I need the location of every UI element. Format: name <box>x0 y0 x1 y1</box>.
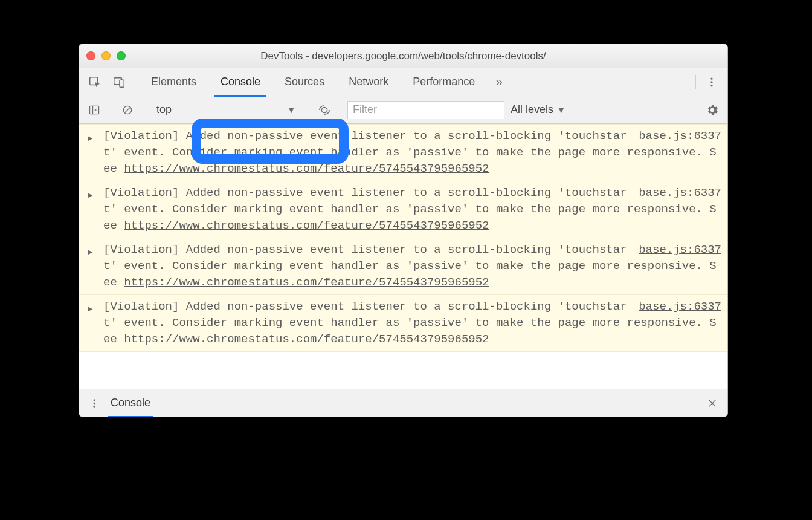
toggle-sidebar-icon[interactable] <box>84 100 105 120</box>
log-link[interactable]: https://www.chromestatus.com/feature/574… <box>124 219 489 232</box>
more-tabs-icon[interactable]: » <box>487 68 511 96</box>
svg-marker-8 <box>95 109 97 111</box>
tab-label: Elements <box>151 76 196 88</box>
context-selector[interactable]: top ▼ <box>150 101 301 119</box>
disclosure-triangle-icon[interactable]: ▶ <box>88 301 92 317</box>
svg-rect-6 <box>90 106 99 114</box>
drawer-tab-console[interactable]: Console <box>105 389 156 417</box>
log-link[interactable]: https://www.chromestatus.com/feature/574… <box>124 276 489 289</box>
divider <box>135 75 135 89</box>
drawer-menu-icon[interactable] <box>84 393 105 414</box>
live-expression-icon[interactable] <box>314 100 335 120</box>
tab-sources[interactable]: Sources <box>272 68 337 96</box>
clear-console-icon[interactable] <box>117 100 138 120</box>
chevron-down-icon: ▼ <box>287 105 295 115</box>
tab-network[interactable]: Network <box>337 68 401 96</box>
tab-label: Console <box>221 76 260 88</box>
traffic-lights <box>86 51 126 60</box>
console-row[interactable]: ▶base.js:6337[Violation] Added non-passi… <box>79 238 727 295</box>
device-toolbar-icon[interactable] <box>107 68 131 96</box>
log-prefix: [Violation] <box>103 186 186 200</box>
svg-rect-2 <box>120 80 124 87</box>
svg-point-13 <box>94 402 95 404</box>
svg-point-12 <box>94 399 95 401</box>
divider <box>695 75 696 89</box>
console-messages: ▶base.js:6337[Violation] Added non-passi… <box>79 124 727 389</box>
tab-elements[interactable]: Elements <box>139 68 208 96</box>
window-title: DevTools - developers.google.com/web/too… <box>79 50 727 62</box>
kebab-menu-icon[interactable] <box>700 68 724 96</box>
panel-tabs: ElementsConsoleSourcesNetworkPerformance… <box>79 68 727 96</box>
separator <box>111 103 111 117</box>
close-drawer-icon[interactable] <box>702 393 723 414</box>
context-selector-value: top <box>156 103 172 116</box>
tab-performance[interactable]: Performance <box>401 68 487 96</box>
drawer-tab-label: Console <box>111 397 150 409</box>
svg-point-14 <box>94 405 95 407</box>
console-row[interactable]: ▶base.js:6337[Violation] Added non-passi… <box>79 294 727 352</box>
log-prefix: [Violation] <box>103 243 186 256</box>
inspect-element-icon[interactable] <box>83 68 107 96</box>
svg-point-3 <box>710 77 712 79</box>
log-prefix: [Violation] <box>103 300 186 313</box>
drawer: Console <box>79 389 727 417</box>
separator <box>308 103 308 117</box>
separator <box>144 103 144 117</box>
disclosure-triangle-icon[interactable]: ▶ <box>88 187 92 204</box>
disclosure-triangle-icon[interactable]: ▶ <box>88 244 92 261</box>
chevron-down-icon: ▼ <box>557 105 566 115</box>
svg-point-5 <box>710 85 712 86</box>
source-link[interactable]: base.js:6337 <box>639 185 721 201</box>
devtools-window: DevTools - developers.google.com/web/too… <box>79 44 728 417</box>
disclosure-triangle-icon[interactable]: ▶ <box>88 131 92 147</box>
close-window-button[interactable] <box>86 51 95 60</box>
console-settings-icon[interactable] <box>702 100 723 120</box>
console-toolbar: top ▼ All levels ▼ <box>79 96 727 124</box>
minimize-window-button[interactable] <box>102 51 111 60</box>
log-levels-selector[interactable]: All levels ▼ <box>511 103 566 116</box>
source-link[interactable]: base.js:6337 <box>639 242 721 258</box>
console-row[interactable]: ▶base.js:6337[Violation] Added non-passi… <box>79 181 727 238</box>
tab-label: Sources <box>285 76 324 88</box>
filter-input[interactable] <box>347 101 504 119</box>
svg-point-11 <box>321 107 327 112</box>
log-link[interactable]: https://www.chromestatus.com/feature/574… <box>124 333 489 346</box>
svg-line-10 <box>124 107 130 112</box>
zoom-window-button[interactable] <box>117 51 126 60</box>
tab-label: Performance <box>413 76 475 88</box>
log-levels-label: All levels <box>511 103 553 116</box>
source-link[interactable]: base.js:6337 <box>639 299 721 315</box>
console-row[interactable]: ▶base.js:6337[Violation] Added non-passi… <box>79 124 727 181</box>
tab-label: Network <box>349 76 388 88</box>
source-link[interactable]: base.js:6337 <box>639 128 721 145</box>
log-link[interactable]: https://www.chromestatus.com/feature/574… <box>124 162 489 175</box>
separator <box>341 103 341 117</box>
svg-point-4 <box>710 81 712 83</box>
tab-console[interactable]: Console <box>208 68 272 96</box>
log-prefix: [Violation] <box>103 129 186 143</box>
titlebar: DevTools - developers.google.com/web/too… <box>79 44 727 68</box>
